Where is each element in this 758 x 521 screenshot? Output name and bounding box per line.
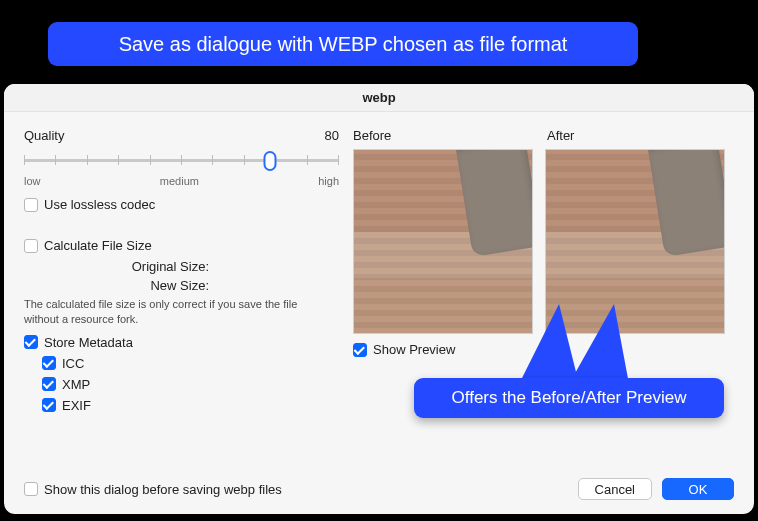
dialog-title: webp	[4, 84, 754, 112]
calcsize-checkbox[interactable]	[24, 239, 38, 253]
cancel-button[interactable]: Cancel	[578, 478, 652, 500]
after-label: After	[547, 128, 574, 143]
right-column: Before After Show Preview	[353, 128, 734, 419]
show-again-label: Show this dialog before saving webp file…	[44, 482, 282, 497]
exif-row[interactable]: EXIF	[42, 398, 339, 413]
icc-row[interactable]: ICC	[42, 356, 339, 371]
show-again-row[interactable]: Show this dialog before saving webp file…	[24, 482, 282, 497]
calcsize-hint: The calculated file size is only correct…	[24, 297, 329, 327]
show-preview-checkbox[interactable]	[353, 343, 367, 357]
xmp-label: XMP	[62, 377, 90, 392]
dialog-title-text: webp	[362, 90, 395, 105]
save-dialog: webp Quality 80 low medium high	[4, 84, 754, 514]
calcsize-row[interactable]: Calculate File Size	[24, 238, 339, 253]
annotation-banner: Save as dialogue with WEBP chosen as fil…	[48, 22, 638, 66]
after-preview-image	[545, 149, 725, 334]
lossless-row[interactable]: Use lossless codec	[24, 197, 339, 212]
annotation-bubble: Offers the Before/After Preview	[414, 378, 724, 418]
before-preview-image	[353, 149, 533, 334]
original-size-label: Original Size:	[84, 259, 209, 274]
icc-checkbox[interactable]	[42, 356, 56, 370]
dialog-footer: Show this dialog before saving webp file…	[24, 478, 734, 500]
quality-value: 80	[325, 128, 339, 143]
metadata-label: Store Metadata	[44, 335, 133, 350]
show-preview-row[interactable]: Show Preview	[353, 342, 734, 357]
quality-slider-thumb[interactable]	[263, 151, 276, 171]
cancel-button-label: Cancel	[595, 482, 635, 497]
quality-slider[interactable]	[24, 149, 339, 173]
left-column: Quality 80 low medium high Use lossless …	[24, 128, 339, 419]
quality-label: Quality	[24, 128, 64, 143]
xmp-row[interactable]: XMP	[42, 377, 339, 392]
exif-checkbox[interactable]	[42, 398, 56, 412]
metadata-row[interactable]: Store Metadata	[24, 335, 339, 350]
ok-button-label: OK	[689, 482, 708, 497]
quality-row: Quality 80	[24, 128, 339, 143]
metadata-checkbox[interactable]	[24, 335, 38, 349]
annotation-banner-text: Save as dialogue with WEBP chosen as fil…	[119, 33, 568, 56]
annotation-bubble-text: Offers the Before/After Preview	[452, 388, 687, 408]
lossless-checkbox[interactable]	[24, 198, 38, 212]
quality-high-label: high	[318, 175, 339, 187]
quality-slider-labels: low medium high	[24, 175, 339, 187]
show-preview-label: Show Preview	[373, 342, 455, 357]
quality-medium-label: medium	[160, 175, 199, 187]
xmp-checkbox[interactable]	[42, 377, 56, 391]
icc-label: ICC	[62, 356, 84, 371]
exif-label: EXIF	[62, 398, 91, 413]
calcsize-label: Calculate File Size	[44, 238, 152, 253]
before-label: Before	[353, 128, 533, 143]
show-again-checkbox[interactable]	[24, 482, 38, 496]
quality-low-label: low	[24, 175, 41, 187]
dialog-content: Quality 80 low medium high Use lossless …	[4, 112, 754, 419]
lossless-label: Use lossless codec	[44, 197, 155, 212]
new-size-label: New Size:	[84, 278, 209, 293]
ok-button[interactable]: OK	[662, 478, 734, 500]
